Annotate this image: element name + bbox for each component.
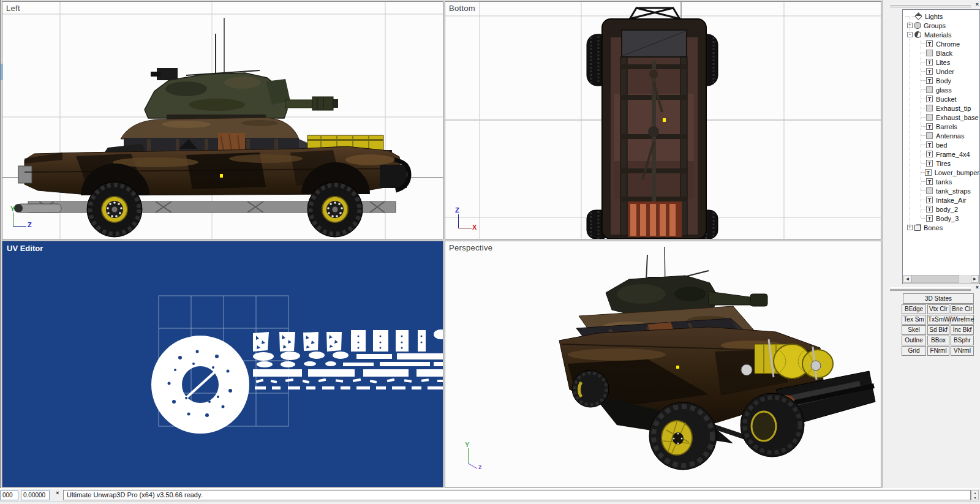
tree-item-material[interactable]: T Frame_4x4	[903, 149, 979, 159]
plain-material-icon	[926, 132, 933, 139]
state-button-bne-clr[interactable]: Bne Clr	[951, 304, 974, 314]
tree-item-material[interactable]: T Lites	[903, 58, 979, 67]
tree-item-material[interactable]: Antennas	[903, 131, 979, 140]
viewport-perspective[interactable]: Perspective Y z	[445, 241, 881, 487]
tree-item-material[interactable]: T Barrels	[903, 122, 979, 131]
state-button-wireframe[interactable]: Wirefme	[951, 315, 974, 325]
status-spinner[interactable]: ▴ ▾	[971, 490, 979, 500]
texture-icon: T	[925, 169, 932, 176]
texture-icon: T	[926, 141, 933, 148]
state-button-grid[interactable]: Grid	[902, 346, 926, 356]
scroll-thumb[interactable]	[911, 275, 959, 283]
texture-icon: T	[926, 197, 933, 203]
tree-item-groups[interactable]: + Groups	[903, 21, 979, 30]
group-icon	[914, 22, 921, 29]
state-button-vnrml[interactable]: VNrml	[951, 346, 974, 356]
window-bottom-edge	[0, 501, 980, 504]
axis-y-label: Y	[10, 205, 15, 213]
texture-icon: T	[926, 77, 933, 84]
tree-item-material[interactable]: T Bucket	[903, 94, 979, 103]
main-viewport-area: Left Y Z	[0, 0, 882, 488]
state-button-bedge[interactable]: BEdge	[902, 304, 926, 314]
coordinate-field-1[interactable]: 000	[0, 491, 18, 500]
texture-icon: T	[926, 123, 933, 130]
texture-icon: T	[926, 96, 933, 102]
close-icon[interactable]: ×	[54, 490, 61, 497]
close-icon[interactable]: ×	[973, 1, 980, 9]
tree-item-material[interactable]: Exhaust_tip	[903, 103, 979, 113]
state-button-outline[interactable]: Outlne	[902, 336, 926, 345]
tree-item-material[interactable]: glass	[903, 85, 979, 94]
viewport-left[interactable]: Left Y Z	[2, 1, 443, 239]
state-button-fnrml[interactable]: FNrml	[927, 346, 949, 356]
state-button-inc-bkf[interactable]: Inc Bkf	[951, 325, 974, 335]
state-button-bbox[interactable]: BBox	[927, 336, 949, 345]
plain-material-icon	[926, 114, 933, 121]
tree-item-material[interactable]: Exhaust_base	[903, 113, 979, 122]
axis-triad-left: Y Z	[10, 206, 34, 232]
panel-grip[interactable]	[890, 287, 971, 291]
viewport-label: UV Editor	[7, 244, 43, 253]
state-button-skel[interactable]: Skel	[902, 325, 926, 335]
state-button-txsmwr[interactable]: TxSmWr	[927, 315, 949, 325]
plain-material-icon	[926, 86, 933, 93]
spinner-up-icon[interactable]: ▴	[972, 491, 978, 495]
tree-item-bones[interactable]: + Bones	[903, 223, 979, 232]
bones-icon	[914, 225, 921, 231]
tree-item-material[interactable]: T Chrome	[903, 39, 979, 48]
expand-icon[interactable]: +	[907, 23, 913, 28]
texture-icon: T	[926, 59, 933, 66]
plain-material-icon	[926, 50, 933, 56]
close-icon[interactable]: ×	[973, 284, 980, 291]
tree-item-material[interactable]: T Body	[903, 76, 979, 85]
expand-icon[interactable]: +	[907, 225, 913, 230]
uv-map-render	[2, 241, 443, 487]
texture-icon: T	[926, 40, 933, 47]
state-button-tex-sm[interactable]: Tex Sm	[902, 315, 926, 325]
spinner-down-icon[interactable]: ▾	[972, 495, 978, 500]
state-button-sd-bkf[interactable]: Sd Bkf	[927, 325, 949, 335]
tree-item-material[interactable]: T Body_3	[903, 214, 979, 223]
plain-material-icon	[926, 105, 933, 111]
side-view-render	[2, 2, 443, 239]
texture-icon: T	[926, 215, 933, 222]
axis-triad-perspective: Y z	[464, 442, 488, 470]
texture-icon: T	[926, 178, 933, 185]
texture-icon: T	[926, 206, 933, 213]
coordinate-field-2[interactable]: 0.00000	[21, 491, 50, 500]
axis-triad-bottom: Z X	[454, 208, 481, 235]
panel-grip[interactable]	[890, 4, 971, 7]
texture-icon: T	[926, 160, 933, 167]
tree-item-material[interactable]: Black	[903, 48, 979, 58]
tree-item-material[interactable]: T tanks	[903, 177, 979, 186]
tree-item-material[interactable]: T Under	[903, 67, 979, 76]
viewport-label: Left	[6, 4, 20, 13]
tree-horizontal-scrollbar[interactable]: ◄ ►	[903, 275, 979, 283]
bottom-view-render	[445, 2, 881, 239]
axis-y-label: Y	[465, 441, 469, 448]
tree-item-material[interactable]: T bed	[903, 140, 979, 149]
light-icon	[914, 12, 922, 20]
viewport-label: Bottom	[449, 4, 475, 13]
collapse-icon[interactable]: -	[907, 32, 913, 37]
left-edge-toolbar-accent	[1, 64, 3, 80]
scroll-left-icon[interactable]: ◄	[903, 275, 911, 283]
scroll-right-icon[interactable]: ►	[971, 275, 979, 283]
tree-item-material[interactable]: T body_2	[903, 205, 979, 214]
tree-item-material[interactable]: T Tires	[903, 159, 979, 168]
tree-item-material[interactable]: tank_straps	[903, 186, 979, 195]
tree-item-material[interactable]: T Lower_bumper	[903, 168, 979, 177]
tree-item-lights[interactable]: Lights	[903, 12, 979, 21]
perspective-render	[445, 241, 881, 487]
status-message: Ultimate Unwrap3D Pro (x64) v3.50.66 rea…	[63, 490, 971, 500]
status-bar: 000 0.00000 × Ultimate Unwrap3D Pro (x64…	[0, 488, 980, 501]
right-dock-panel: × Lights + Groups - Materials	[882, 0, 980, 488]
viewport-uv-editor[interactable]: UV Editor	[2, 241, 443, 487]
tree-item-materials[interactable]: - Materials	[903, 30, 979, 39]
viewport-bottom[interactable]: Bottom Z X	[445, 1, 881, 239]
scene-tree: Lights + Groups - Materials T Chrome	[902, 9, 980, 284]
state-button-bsphr[interactable]: BSphr	[951, 336, 974, 345]
states-panel-title: 3D States	[903, 293, 974, 304]
state-button-vtx-clr[interactable]: Vtx Clr	[927, 304, 949, 314]
tree-item-material[interactable]: T Intake_Air	[903, 195, 979, 205]
